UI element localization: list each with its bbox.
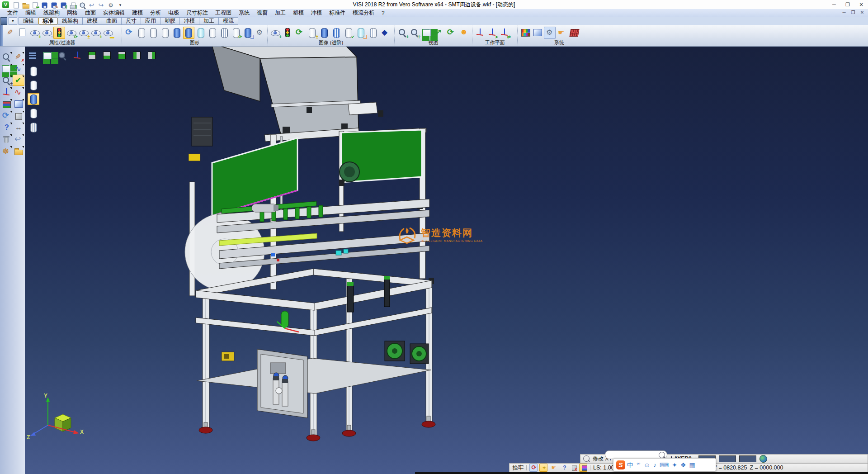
- copy-attributes-icon[interactable]: [17, 27, 28, 39]
- view-bottom-icon[interactable]: [101, 50, 113, 62]
- system-select-icon[interactable]: [556, 27, 568, 39]
- display-wireframe-icon[interactable]: [28, 65, 39, 77]
- advanced-show-icon[interactable]: +: [269, 27, 281, 39]
- menu-item[interactable]: 网格: [63, 9, 81, 17]
- ribbon-tab[interactable]: 尺寸: [122, 17, 141, 25]
- mesh-mode-icon[interactable]: [218, 27, 230, 39]
- striped-display-icon[interactable]: [330, 27, 342, 39]
- menu-item[interactable]: 冲模: [307, 9, 326, 17]
- hide-all-icon[interactable]: ▬: [102, 27, 114, 39]
- zoom-plus-minus-icon[interactable]: ±: [0, 75, 12, 86]
- sketch-spline-icon[interactable]: [13, 63, 24, 74]
- layer-window-icon[interactable]: [13, 98, 24, 109]
- maximize-button[interactable]: ❐: [841, 0, 854, 9]
- display-shaded-icon[interactable]: [28, 93, 39, 105]
- filter-traffic-light-icon[interactable]: [53, 27, 65, 39]
- zoom-all-icon[interactable]: ✛: [409, 27, 420, 39]
- view-left-icon[interactable]: [131, 50, 143, 62]
- machine-model-3d[interactable]: [25, 46, 868, 474]
- ime-emoji-icon[interactable]: ☺: [644, 462, 650, 468]
- menu-item[interactable]: 标准件: [326, 9, 349, 17]
- ribbon-tab[interactable]: 模流: [219, 17, 238, 25]
- flat-mode-icon[interactable]: [207, 27, 218, 39]
- regenerate-icon[interactable]: [0, 110, 12, 121]
- grid-snap-icon[interactable]: [549, 464, 557, 472]
- ime-menu-icon[interactable]: ▦: [689, 462, 695, 468]
- mdi-close-button[interactable]: ✕: [858, 10, 866, 15]
- menu-item[interactable]: 工程图: [212, 9, 235, 17]
- search-entities-icon[interactable]: [0, 51, 12, 62]
- update-shading-icon[interactable]: ⟳: [231, 27, 242, 39]
- hidden-line-mode-icon[interactable]: [147, 27, 159, 39]
- menu-item[interactable]: 塑模: [289, 9, 307, 17]
- solid-cube-icon[interactable]: [13, 110, 24, 121]
- regen-shading-icon[interactable]: [124, 27, 135, 39]
- dashed-hidden-mode-icon[interactable]: [160, 27, 171, 39]
- system-colors-icon[interactable]: [519, 27, 531, 39]
- wireframe-mode-icon[interactable]: [136, 27, 147, 39]
- system-options-icon[interactable]: [544, 27, 556, 39]
- selection-frame-icon[interactable]: [0, 63, 12, 74]
- import-file-icon[interactable]: ➥: [30, 0, 39, 9]
- tagged-display-icon[interactable]: ❑: [355, 27, 367, 39]
- ribbon-tab[interactable]: 应用: [141, 17, 160, 25]
- ime-lang-icon[interactable]: 中: [627, 462, 633, 468]
- menu-item[interactable]: 电极: [165, 9, 183, 17]
- zoom-window-icon[interactable]: +: [396, 27, 408, 39]
- ribbon-tab[interactable]: 加工: [199, 17, 219, 25]
- measure-distance-icon[interactable]: [13, 122, 24, 133]
- globe-icon[interactable]: [760, 455, 767, 463]
- ribbon-tab[interactable]: 建模: [83, 17, 102, 25]
- customize-icon[interactable]: [106, 0, 115, 9]
- ribbon-tab[interactable]: 线架构: [58, 17, 83, 25]
- view-search-icon[interactable]: [583, 455, 590, 462]
- sogou-logo-icon[interactable]: S: [616, 460, 625, 469]
- new-file-icon[interactable]: [11, 0, 20, 9]
- erase-entities-icon[interactable]: ✗: [13, 51, 24, 62]
- mdi-minimize-button[interactable]: ─: [840, 10, 848, 15]
- minimize-button[interactable]: ─: [827, 0, 841, 9]
- view-top-icon[interactable]: [86, 50, 98, 62]
- attribute-library-icon[interactable]: [0, 98, 12, 109]
- render-solid-icon[interactable]: [579, 464, 587, 472]
- view-front-icon[interactable]: [116, 50, 128, 62]
- smart-select-icon[interactable]: [539, 464, 547, 472]
- edit-curve-icon[interactable]: [13, 86, 24, 98]
- close-button[interactable]: ✕: [854, 0, 868, 9]
- status-help-icon[interactable]: [559, 464, 567, 472]
- ribbon-tab[interactable]: 标准: [38, 17, 58, 25]
- validated-display-icon[interactable]: ✔: [343, 27, 354, 39]
- navigation-wheel-icon[interactable]: [0, 145, 12, 156]
- ucs-axis-icon[interactable]: [0, 86, 12, 98]
- workplane-move-icon[interactable]: ➤: [486, 27, 498, 39]
- hide-solid-icon[interactable]: ✗: [569, 464, 577, 472]
- solid-display-icon[interactable]: [318, 27, 330, 39]
- zoom-dynamic-icon[interactable]: [57, 50, 68, 62]
- menu-item[interactable]: 尺寸标注: [183, 9, 212, 17]
- shading-settings-icon[interactable]: [254, 27, 265, 39]
- show-entities-icon[interactable]: +: [29, 27, 41, 39]
- ribbon-tab[interactable]: 曲面: [102, 17, 122, 25]
- open-file-icon[interactable]: [20, 0, 30, 9]
- system-grid-icon[interactable]: [568, 27, 580, 39]
- open-project-icon[interactable]: [13, 145, 24, 156]
- system-display-icon[interactable]: [532, 27, 543, 39]
- shaded-mode-icon[interactable]: [171, 27, 183, 39]
- wire-display-icon[interactable]: [367, 27, 379, 39]
- ribbon-tab[interactable]: 冲模: [180, 17, 199, 25]
- translucent-mode-icon[interactable]: [195, 27, 206, 39]
- render-view-icon[interactable]: [458, 27, 469, 39]
- save-all-icon[interactable]: ⇑: [58, 0, 68, 9]
- advanced-filter-icon[interactable]: [282, 27, 293, 39]
- ime-keyboard-icon[interactable]: ⌨: [660, 462, 669, 468]
- regen-view-icon[interactable]: [445, 27, 457, 39]
- snap-rotate-icon[interactable]: [529, 464, 538, 472]
- ime-account-icon[interactable]: ✦: [672, 462, 677, 468]
- save-as-icon[interactable]: ✎: [49, 0, 58, 9]
- ribbon-tab[interactable]: 编辑: [19, 17, 38, 25]
- quick-access-more-icon[interactable]: [115, 0, 125, 9]
- zoom-extents-icon[interactable]: [433, 27, 445, 39]
- advanced-toggle-icon[interactable]: ±: [306, 27, 318, 39]
- menu-item[interactable]: 编辑: [22, 9, 40, 17]
- viewport-menu-icon[interactable]: [27, 50, 38, 62]
